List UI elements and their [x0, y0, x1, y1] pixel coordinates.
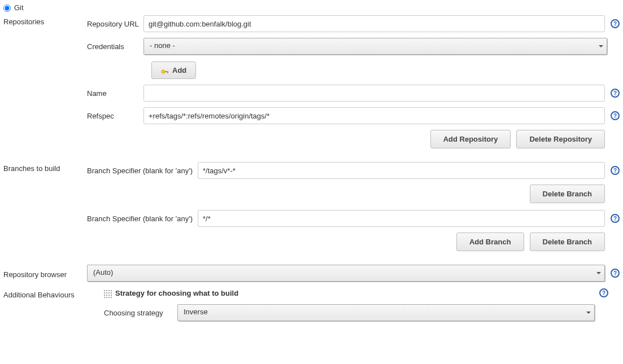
- repositories-section: Repositories Repository URL ? Credential…: [3, 15, 620, 155]
- repository-url-label: Repository URL: [87, 15, 143, 28]
- strategy-title: Strategy for choosing what to build: [115, 289, 238, 297]
- branches-section: Branches to build Branch Specifier (blan…: [3, 162, 620, 258]
- help-icon[interactable]: ?: [611, 269, 620, 278]
- branch-specifier-input-2[interactable]: [198, 210, 605, 227]
- add-repository-button[interactable]: Add Repository: [430, 130, 511, 148]
- svg-text:?: ?: [613, 21, 617, 27]
- help-icon[interactable]: ?: [611, 89, 620, 98]
- branch-specifier-label-2: Branch Specifier (blank for 'any'): [87, 210, 198, 223]
- chevron-down-icon: [599, 45, 603, 47]
- svg-text:?: ?: [613, 270, 617, 277]
- add-credentials-button[interactable]: Add: [151, 62, 196, 79]
- svg-rect-4: [167, 71, 168, 73]
- scm-git-label: Git: [14, 3, 24, 12]
- delete-branch-button-1[interactable]: Delete Branch: [530, 185, 605, 203]
- help-icon[interactable]: ?: [611, 166, 620, 175]
- svg-text:?: ?: [602, 290, 605, 296]
- repositories-section-label: Repositories: [3, 15, 87, 26]
- help-icon[interactable]: ?: [611, 111, 620, 120]
- delete-repository-button[interactable]: Delete Repository: [516, 130, 605, 148]
- credentials-value: - none -: [150, 41, 175, 50]
- svg-text:?: ?: [613, 90, 617, 97]
- scm-git-radio[interactable]: [3, 5, 11, 12]
- repository-url-input[interactable]: [143, 15, 605, 32]
- repo-browser-value: (Auto): [93, 268, 113, 277]
- branches-section-label: Branches to build: [3, 162, 87, 173]
- svg-text:?: ?: [613, 113, 617, 119]
- credentials-select[interactable]: - none -: [143, 38, 607, 55]
- svg-text:?: ?: [613, 216, 617, 222]
- add-credentials-label: Add: [172, 66, 186, 74]
- behaviours-section-label: Additional Behaviours: [3, 288, 87, 299]
- refspec-input[interactable]: [143, 107, 605, 124]
- choosing-strategy-value: Inverse: [184, 308, 208, 316]
- choosing-strategy-label: Choosing strategy: [104, 309, 172, 317]
- repo-browser-section-label: Repository browser: [3, 268, 87, 279]
- help-icon[interactable]: ?: [599, 288, 608, 297]
- scm-git-radio-row: Git: [3, 3, 620, 12]
- branch-specifier-input-1[interactable]: [198, 162, 605, 179]
- refspec-label: Refspec: [87, 107, 143, 120]
- help-icon[interactable]: ?: [611, 214, 620, 223]
- choosing-strategy-select[interactable]: Inverse: [177, 304, 595, 321]
- chevron-down-icon: [586, 312, 591, 314]
- delete-branch-button-2[interactable]: Delete Branch: [530, 233, 605, 251]
- key-icon: [161, 68, 169, 73]
- drag-handle-icon[interactable]: [104, 290, 112, 298]
- repo-browser-select[interactable]: (Auto): [87, 265, 605, 282]
- svg-text:?: ?: [613, 168, 617, 174]
- repo-name-label: Name: [87, 85, 143, 98]
- behaviours-section: Additional Behaviours Strategy for choos…: [3, 288, 620, 321]
- repo-name-input[interactable]: [143, 85, 605, 102]
- help-icon[interactable]: ?: [611, 19, 620, 28]
- branch-specifier-label-1: Branch Specifier (blank for 'any'): [87, 162, 198, 175]
- add-branch-button[interactable]: Add Branch: [456, 233, 524, 251]
- chevron-down-icon: [596, 272, 601, 274]
- repo-browser-section: Repository browser (Auto) ?: [3, 265, 620, 282]
- credentials-label: Credentials: [87, 38, 143, 51]
